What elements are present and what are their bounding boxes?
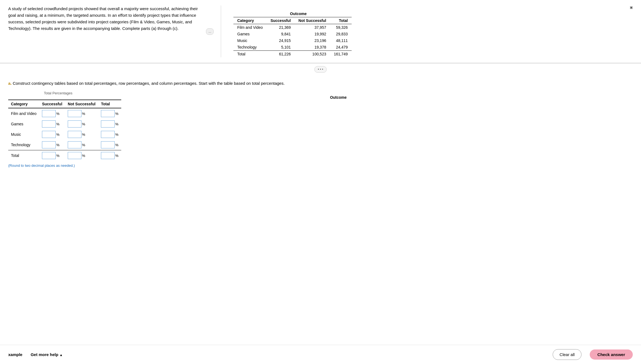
answer-cell: % [39,150,65,161]
table-row: Games 9,841 19,992 29,833 [233,31,352,37]
answer-cell: % [98,129,121,140]
row-not-successful: 19,378 [295,44,330,51]
answer-outcome-label: Outcome [44,95,633,100]
row-category: Technology [233,44,267,51]
footer-help-label: Get more help [31,352,58,357]
percent-sign: % [82,122,85,126]
answer-row-category: Technology [8,140,39,150]
percent-sign: % [115,154,118,158]
input-total-total[interactable] [101,152,115,159]
row-total: 29,833 [330,31,352,37]
footer: xample Get more help ▲ Clear all Check a… [0,345,641,364]
answer-cell: % [39,108,65,119]
input-technology-successful[interactable] [42,141,56,148]
table-row: Music 24,915 23,196 48,111 [233,37,352,44]
input-technology-not-successful[interactable] [68,141,81,148]
row-not-successful-total: 100,523 [295,51,330,58]
input-film-successful[interactable] [42,110,56,117]
input-games-successful[interactable] [42,120,56,128]
answer-col-category: Category [8,100,39,108]
answer-table: Category Successful Not Successful Total… [8,100,121,161]
row-total: 59,326 [330,24,352,31]
percent-sign: % [56,143,60,147]
percent-sign: % [82,154,85,158]
answer-row-category: Games [8,119,39,129]
outcome-header: Outcome [267,10,330,17]
question-a-container: a. Construct contingency tables based on… [8,81,633,86]
row-not-successful: 37,957 [295,24,330,31]
input-technology-total[interactable] [101,141,115,148]
answer-row-category: Music [8,129,39,140]
percent-sign: % [82,132,85,137]
check-answer-button[interactable]: Check answer [590,349,633,360]
input-total-not-successful[interactable] [68,152,81,159]
percent-sign: % [82,112,85,116]
question-section: a. Construct contingency tables based on… [0,75,641,173]
answer-cell: % [65,119,98,129]
answer-row-technology: Technology % % [8,140,121,150]
problem-description: A study of selected crowdfunded projects… [8,6,198,31]
col-not-successful: Not Successful [295,17,330,24]
percent-sign: % [56,122,60,126]
clear-all-button[interactable]: Clear all [553,349,581,360]
footer-example-label: xample [8,352,22,357]
row-total: 48,111 [330,37,352,44]
expand-button[interactable]: • • • [314,66,327,73]
percent-sign: % [115,112,118,116]
answer-cell: % [98,119,121,129]
table-row-total: Total 61,226 100,523 161,749 [233,51,352,58]
percent-sign: % [115,122,118,126]
answer-row-total: Total % % [8,150,121,161]
answer-row-music: Music % % [8,129,121,140]
data-table-section: ▣ Outcome Category Successful Not Succes… [228,5,633,57]
row-successful-total: 61,226 [267,51,295,58]
input-film-not-successful[interactable] [68,110,81,117]
row-category: Film and Video [233,24,267,31]
input-games-total[interactable] [101,120,115,128]
input-music-successful[interactable] [42,131,56,138]
row-successful: 5,101 [267,44,295,51]
top-section: A study of selected crowdfunded projects… [0,0,641,63]
row-category: Games [233,31,267,37]
answer-cell: % [65,140,98,150]
input-music-total[interactable] [101,131,115,138]
horizontal-divider: • • • [0,63,641,75]
col-category: Category [233,17,267,24]
answer-row-film: Film and Video % % [8,108,121,119]
answer-cell: % [65,108,98,119]
table-row: Technology 5,101 19,378 24,479 [233,44,352,51]
percent-sign: % [115,143,118,147]
round-note: (Round to two decimal places as needed.) [8,163,633,168]
col-successful: Successful [267,17,295,24]
input-film-total[interactable] [101,110,115,117]
percent-sign: % [56,132,60,137]
answer-cell: % [98,150,121,161]
row-not-successful: 23,196 [295,37,330,44]
drag-handle[interactable]: ... [206,5,214,57]
col-total: Total [330,17,352,24]
answer-col-total: Total [98,100,121,108]
percent-sign: % [56,112,60,116]
question-label: a. [8,81,12,86]
vertical-divider [221,5,221,57]
answer-col-not-successful: Not Successful [65,100,98,108]
input-total-successful[interactable] [42,152,56,159]
data-table: Outcome Category Successful Not Successf… [233,10,352,57]
answer-cell: % [98,108,121,119]
answer-row-games: Games % % [8,119,121,129]
collapse-icon[interactable]: ▣ [630,5,633,9]
answer-row-category: Film and Video [8,108,39,119]
row-category: Music [233,37,267,44]
answer-cell: % [39,140,65,150]
answer-col-successful: Successful [39,100,65,108]
answer-cell: % [65,129,98,140]
input-music-not-successful[interactable] [68,131,81,138]
input-games-not-successful[interactable] [68,120,81,128]
percent-sign: % [115,132,118,137]
drag-dots[interactable]: ... [206,28,214,35]
percent-sign: % [56,154,60,158]
footer-help-button[interactable]: Get more help ▲ [31,352,63,357]
problem-text: A study of selected crowdfunded projects… [8,5,200,57]
row-category-total: Total [233,51,267,58]
table-row: Film and Video 21,369 37,957 59,326 [233,24,352,31]
